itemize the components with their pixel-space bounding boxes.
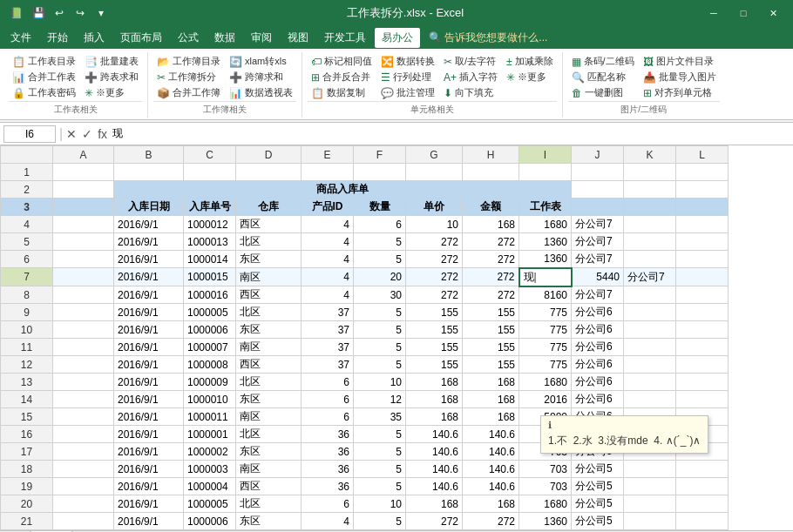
cell-a4[interactable] xyxy=(53,216,114,233)
cell-d10[interactable]: 东区 xyxy=(236,321,302,339)
ribbon-btn-merge-unmerge[interactable]: ⊞ 合并反合并 xyxy=(308,70,376,84)
row-header-17[interactable]: 17 xyxy=(1,443,53,461)
cell-a19[interactable] xyxy=(53,478,114,495)
cell-g12[interactable]: 155 xyxy=(406,356,463,374)
ribbon-btn-img-dir[interactable]: 🖼 图片文件目录 xyxy=(640,54,720,69)
cell-a8[interactable] xyxy=(53,286,114,304)
cell-k5[interactable] xyxy=(624,233,676,251)
cell-b20[interactable]: 2016/9/1 xyxy=(114,495,184,513)
cell-b9[interactable]: 2016/9/1 xyxy=(114,304,184,321)
cell-k6[interactable] xyxy=(624,251,676,268)
cell-g16[interactable]: 140.6 xyxy=(406,426,463,443)
ribbon-btn-cross-book-sum[interactable]: ➕ 跨簿求和 xyxy=(226,70,296,84)
cell-l21[interactable] xyxy=(676,513,729,530)
cell-h20[interactable]: 168 xyxy=(463,495,519,513)
cell-k1[interactable] xyxy=(624,164,676,181)
cell-g13[interactable]: 168 xyxy=(406,374,463,391)
ribbon-btn-merge-sheet[interactable]: 📊 合并工作表 xyxy=(9,70,79,84)
ribbon-btn-match-name[interactable]: 🔍 匹配名称 xyxy=(568,70,638,84)
cell-g10[interactable]: 155 xyxy=(406,321,463,339)
cell-f21[interactable]: 5 xyxy=(354,513,406,530)
cell-k10[interactable] xyxy=(624,321,676,339)
cell-j4[interactable]: 分公司7 xyxy=(572,216,624,233)
cell-h21[interactable]: 272 xyxy=(463,513,519,530)
cell-i1[interactable] xyxy=(519,164,572,181)
cell-d17[interactable]: 东区 xyxy=(236,443,302,461)
cell-h13[interactable]: 168 xyxy=(463,374,519,391)
cell-d9[interactable]: 北区 xyxy=(236,304,302,321)
cell-b6[interactable]: 2016/9/1 xyxy=(114,251,184,268)
cell-c15[interactable]: 1000011 xyxy=(184,408,236,426)
cell-e10[interactable]: 37 xyxy=(302,321,354,339)
col-header-f[interactable]: F xyxy=(354,146,406,164)
confirm-formula-icon[interactable]: ✓ xyxy=(82,127,92,141)
close-btn[interactable]: ✕ xyxy=(760,4,786,22)
cell-c11[interactable]: 1000007 xyxy=(184,339,236,356)
cell-g3[interactable]: 单价 xyxy=(406,199,463,216)
cell-i21[interactable]: 1360 xyxy=(519,513,572,530)
cell-l2[interactable] xyxy=(676,181,729,199)
row-header-1[interactable]: 1 xyxy=(1,164,53,181)
cell-g14[interactable]: 168 xyxy=(406,391,463,408)
formula-input[interactable] xyxy=(111,126,790,142)
menu-help[interactable]: 🔍 告诉我您想要做什么... xyxy=(422,28,554,48)
cell-j5[interactable]: 分公司7 xyxy=(572,233,624,251)
row-header-16[interactable]: 16 xyxy=(1,426,53,443)
cell-f17[interactable]: 5 xyxy=(354,443,406,461)
cell-c12[interactable]: 1000008 xyxy=(184,356,236,374)
cell-i8[interactable]: 8160 xyxy=(519,286,572,304)
cell-b14[interactable]: 2016/9/1 xyxy=(114,391,184,408)
row-header-19[interactable]: 19 xyxy=(1,478,53,495)
cell-k3[interactable] xyxy=(624,199,676,216)
cell-b18[interactable]: 2016/9/1 xyxy=(114,461,184,478)
cell-e13[interactable]: 6 xyxy=(302,374,354,391)
cell-c19[interactable]: 1000004 xyxy=(184,478,236,495)
cell-g8[interactable]: 272 xyxy=(406,286,463,304)
menu-file[interactable]: 文件 xyxy=(3,28,38,48)
cell-e15[interactable]: 6 xyxy=(302,408,354,426)
cell-d11[interactable]: 南区 xyxy=(236,339,302,356)
ribbon-btn-book-split[interactable]: ✂ 工作簿拆分 xyxy=(153,70,224,84)
cell-h8[interactable]: 272 xyxy=(463,286,519,304)
cell-l11[interactable] xyxy=(676,339,729,356)
cell-h9[interactable]: 155 xyxy=(463,304,519,321)
cell-i14[interactable]: 2016 xyxy=(519,391,572,408)
cell-a16[interactable] xyxy=(53,426,114,443)
col-header-c[interactable]: C xyxy=(184,146,236,164)
maximize-btn[interactable]: □ xyxy=(730,4,756,22)
cell-b15[interactable]: 2016/9/1 xyxy=(114,408,184,426)
cell-f11[interactable]: 5 xyxy=(354,339,406,356)
cell-l20[interactable] xyxy=(676,495,729,513)
cell-j3[interactable] xyxy=(572,199,624,216)
cell-c18[interactable]: 1000003 xyxy=(184,461,236,478)
cell-f16[interactable]: 5 xyxy=(354,426,406,443)
cell-a9[interactable] xyxy=(53,304,114,321)
cell-e12[interactable]: 37 xyxy=(302,356,354,374)
cell-a18[interactable] xyxy=(53,461,114,478)
cell-i20[interactable]: 1680 xyxy=(519,495,572,513)
cell-g7[interactable]: 272 xyxy=(406,268,463,286)
menu-developer[interactable]: 开发工具 xyxy=(317,28,373,48)
cell-a3[interactable] xyxy=(53,199,114,216)
ribbon-btn-cross-sum[interactable]: ➕ 跨表求和 xyxy=(81,70,142,84)
cell-e9[interactable]: 37 xyxy=(302,304,354,321)
cell-g11[interactable]: 155 xyxy=(406,339,463,356)
cell-f14[interactable]: 12 xyxy=(354,391,406,408)
cell-a1[interactable] xyxy=(53,164,114,181)
ribbon-btn-merge-book[interactable]: 📦 合并工作簿 xyxy=(153,85,224,100)
cell-a14[interactable] xyxy=(53,391,114,408)
ribbon-btn-import-img[interactable]: 📥 批量导入图片 xyxy=(640,70,720,84)
cell-b8[interactable]: 2016/9/1 xyxy=(114,286,184,304)
cell-c5[interactable]: 1000013 xyxy=(184,233,236,251)
cell-c10[interactable]: 1000006 xyxy=(184,321,236,339)
cell-e8[interactable]: 4 xyxy=(302,286,354,304)
cell-i3[interactable]: 工作表 xyxy=(519,199,572,216)
row-header-8[interactable]: 8 xyxy=(1,286,53,304)
cell-h15[interactable]: 168 xyxy=(463,408,519,426)
cell-b12[interactable]: 2016/9/1 xyxy=(114,356,184,374)
undo-btn[interactable]: ↩ xyxy=(51,4,68,22)
more-btn[interactable]: ▾ xyxy=(92,4,110,22)
cell-reference[interactable]: I6 xyxy=(3,125,56,143)
col-header-g[interactable]: G xyxy=(406,146,463,164)
cell-j8[interactable]: 分公司7 xyxy=(572,286,624,304)
